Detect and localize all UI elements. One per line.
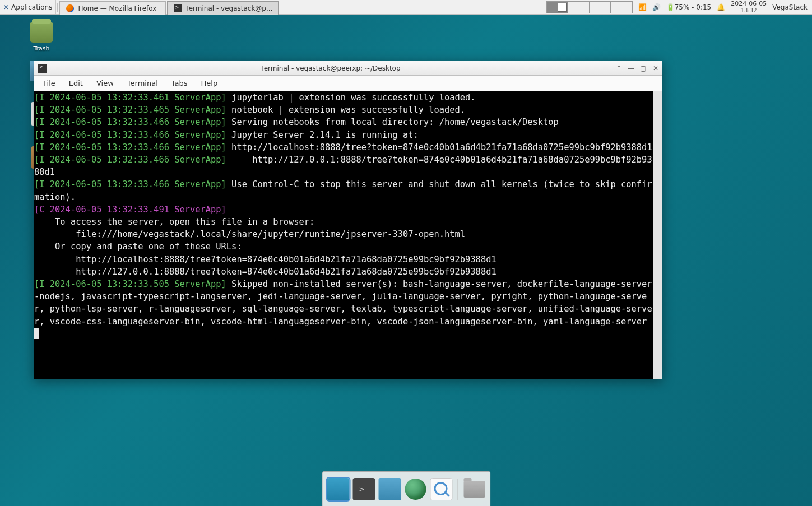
dock: [322, 471, 490, 506]
workspace-1[interactable]: [547, 2, 568, 13]
xfce-icon: ✕: [3, 3, 9, 11]
volume-icon[interactable]: 🔊: [652, 3, 661, 11]
task-label: Terminal - vegastack@p...: [185, 4, 272, 12]
terminal-line: file:///home/vegastack/.local/share/jupy…: [34, 228, 653, 240]
panel-tray: 📶 🔊 🔋75% - 0:15 🔔 2024-06-05 13:32 VegaS…: [542, 0, 812, 14]
top-panel: ✕ Applications Home — Mozilla Firefox Te…: [0, 0, 812, 15]
task-terminal[interactable]: Terminal - vegastack@p...: [167, 1, 279, 15]
taskbar: Home — Mozilla Firefox Terminal - vegast…: [59, 0, 279, 14]
dock-separator: [457, 479, 458, 500]
terminal-line: [I 2024-06-05 13:32:33.461 ServerApp] ju…: [34, 91, 653, 104]
desktop-trash[interactable]: Trash: [25, 22, 58, 52]
terminal-line: [I 2024-06-05 13:32:33.466 ServerApp] Us…: [34, 178, 653, 203]
menu-terminal[interactable]: Terminal: [122, 77, 164, 90]
terminal-window: Terminal - vegastack@peerxp: ~/Desktop ⌃…: [34, 61, 662, 379]
dock-files[interactable]: [378, 478, 401, 500]
dock-show-desktop[interactable]: [327, 478, 349, 500]
window-title: Terminal - vegastack@peerxp: ~/Desktop: [49, 64, 613, 72]
battery-icon[interactable]: 🔋75% - 0:15: [666, 3, 712, 11]
workspace-2[interactable]: [568, 2, 590, 13]
dock-search[interactable]: [430, 478, 452, 500]
terminal-line: http://127.0.0.1:8888/tree?token=874e0c4…: [34, 266, 653, 278]
window-controls: ⌃ — ▢ ✕: [613, 62, 662, 75]
network-icon[interactable]: 📶: [638, 3, 647, 11]
applications-label: Applications: [11, 3, 52, 11]
terminal-line: [I 2024-06-05 13:32:33.466 ServerApp] Ju…: [34, 129, 653, 141]
user-label[interactable]: VegaStack: [772, 3, 808, 11]
menu-edit[interactable]: Edit: [63, 77, 89, 90]
terminal-line: [I 2024-06-05 13:32:33.466 ServerApp] ht…: [34, 141, 653, 154]
terminal-line: [I 2024-06-05 13:32:33.466 ServerApp] ht…: [34, 154, 653, 178]
menu-help[interactable]: Help: [196, 77, 224, 90]
menu-file[interactable]: File: [38, 77, 61, 90]
scrollbar-thumb[interactable]: [653, 91, 662, 249]
menubar: File Edit View Terminal Tabs Help: [34, 76, 662, 91]
titlebar[interactable]: Terminal - vegastack@peerxp: ~/Desktop ⌃…: [34, 61, 662, 76]
time-text: 13:32: [731, 7, 767, 13]
dropdown-button[interactable]: ⌃: [613, 62, 625, 75]
menu-tabs[interactable]: Tabs: [166, 77, 193, 90]
dock-folder[interactable]: [463, 478, 485, 500]
terminal-line: [I 2024-06-05 13:32:33.505 ServerApp] Sk…: [34, 278, 653, 328]
dock-web-browser[interactable]: [404, 478, 426, 500]
workspace-4[interactable]: [611, 2, 632, 13]
date-text: 2024-06-05: [731, 1, 767, 7]
close-button[interactable]: ✕: [649, 62, 662, 75]
workspace-3[interactable]: [590, 2, 611, 13]
dock-terminal[interactable]: [352, 478, 375, 500]
notification-icon[interactable]: 🔔: [717, 3, 725, 11]
panel-separator: [57, 3, 58, 12]
trash-icon: [30, 22, 53, 43]
terminal-line: Or copy and paste one of these URLs:: [34, 240, 653, 253]
terminal-line: To access the server, open this file in …: [34, 216, 653, 228]
terminal-icon: [173, 4, 182, 13]
applications-menu[interactable]: ✕ Applications: [0, 0, 56, 14]
terminal-line: [C 2024-06-05 13:32:33.491 ServerApp]: [34, 203, 653, 216]
clock[interactable]: 2024-06-05 13:32: [731, 1, 767, 13]
minimize-button[interactable]: —: [625, 62, 637, 75]
window-icon: [36, 64, 49, 73]
maximize-button[interactable]: ▢: [637, 62, 649, 75]
firefox-icon: [66, 4, 75, 13]
workspace-switcher[interactable]: [546, 1, 633, 13]
terminal-output[interactable]: [I 2024-06-05 13:32:33.461 ServerApp] ju…: [34, 91, 662, 379]
terminal-cursor: [34, 328, 39, 339]
task-label: Home — Mozilla Firefox: [78, 4, 156, 12]
icon-label: Trash: [25, 45, 58, 52]
menu-view[interactable]: View: [91, 77, 119, 90]
task-firefox[interactable]: Home — Mozilla Firefox: [59, 1, 166, 15]
terminal-line: [I 2024-06-05 13:32:33.466 ServerApp] Se…: [34, 116, 653, 128]
terminal-line: [I 2024-06-05 13:32:33.465 ServerApp] no…: [34, 104, 653, 116]
terminal-line: http://localhost:8888/tree?token=874e0c4…: [34, 253, 653, 266]
